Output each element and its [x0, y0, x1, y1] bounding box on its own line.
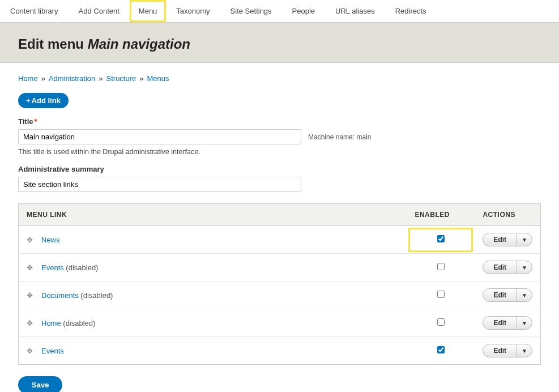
page-title-name: Main navigation [88, 36, 190, 52]
enabled-cell [407, 309, 475, 337]
drag-handle-icon[interactable]: ✥ [27, 319, 36, 327]
col-header-actions: ACTIONS [475, 204, 540, 226]
summary-label: Administrative summary [18, 165, 541, 173]
top-nav-item-taxonomy[interactable]: Taxonomy [166, 0, 220, 22]
title-input[interactable] [18, 129, 301, 144]
title-help-text: This title is used within the Drupal adm… [18, 148, 541, 156]
breadcrumb-link-menus[interactable]: Menus [147, 74, 169, 83]
page-title-prefix: Edit menu [18, 36, 88, 52]
add-link-label: Add link [32, 96, 61, 105]
top-nav: Content libraryAdd ContentMenuTaxonomySi… [0, 0, 559, 23]
disabled-tag: (disabled) [61, 319, 96, 327]
drag-handle-icon[interactable]: ✥ [27, 291, 36, 300]
col-header-link: MENU LINK [19, 204, 407, 226]
enabled-cell [407, 282, 475, 309]
actions-dropbutton: Edit▼ [483, 344, 532, 357]
chevron-down-icon: ▼ [522, 292, 527, 299]
summary-input[interactable] [18, 177, 301, 192]
chevron-down-icon: ▼ [522, 237, 527, 243]
page-header: Edit menu Main navigation [0, 23, 559, 63]
enabled-checkbox[interactable] [437, 291, 445, 298]
breadcrumb: Home»Administration»Structure»Menus [18, 74, 541, 83]
actions-caret-button[interactable]: ▼ [517, 317, 532, 329]
top-nav-item-site-settings[interactable]: Site Settings [220, 0, 282, 22]
chevron-down-icon: ▼ [522, 348, 527, 354]
top-nav-item-menu[interactable]: Menu [130, 0, 167, 22]
actions-caret-button[interactable]: ▼ [517, 233, 532, 246]
edit-button[interactable]: Edit [483, 317, 517, 329]
actions-caret-button[interactable]: ▼ [517, 289, 532, 301]
menu-link-cell: ✥News [19, 226, 407, 254]
top-nav-item-add-content[interactable]: Add Content [69, 0, 130, 22]
actions-dropbutton: Edit▼ [483, 316, 532, 330]
edit-button[interactable]: Edit [483, 289, 517, 301]
chevron-down-icon: ▼ [522, 265, 527, 271]
page-title: Edit menu Main navigation [18, 36, 541, 52]
content-region: Home»Administration»Structure»Menus +Add… [0, 63, 559, 392]
actions-dropbutton: Edit▼ [483, 261, 532, 274]
enabled-cell [407, 337, 475, 365]
drag-handle-icon[interactable]: ✥ [27, 236, 36, 244]
breadcrumb-separator: » [139, 74, 143, 83]
top-nav-item-url-aliases[interactable]: URL aliases [325, 0, 385, 22]
breadcrumb-separator: » [41, 74, 45, 83]
table-row: ✥Home (disabled)Edit▼ [19, 309, 541, 337]
edit-button[interactable]: Edit [483, 261, 517, 274]
edit-button[interactable]: Edit [483, 344, 517, 357]
disabled-tag: (disabled) [79, 291, 113, 300]
top-nav-item-redirects[interactable]: Redirects [385, 0, 437, 22]
chevron-down-icon: ▼ [522, 320, 527, 326]
menu-link-cell: ✥Events (disabled) [19, 254, 407, 282]
menu-link-name[interactable]: Events [41, 347, 64, 355]
menu-link-name[interactable]: Documents [41, 291, 79, 300]
top-nav-item-people[interactable]: People [282, 0, 325, 22]
col-header-enabled: ENABLED [407, 204, 475, 226]
machine-name-text: Machine name: main [308, 133, 371, 141]
top-nav-item-content-library[interactable]: Content library [0, 0, 69, 22]
menu-links-tbody: ✥NewsEdit▼✥Events (disabled)Edit▼✥Docume… [19, 226, 541, 365]
add-link-button[interactable]: +Add link [18, 93, 69, 108]
menu-links-table: MENU LINK ENABLED ACTIONS ✥NewsEdit▼✥Eve… [18, 203, 541, 365]
table-row: ✥NewsEdit▼ [19, 226, 541, 254]
title-label: Title* [18, 117, 541, 126]
menu-link-name[interactable]: News [41, 236, 60, 244]
breadcrumb-link-home[interactable]: Home [18, 74, 38, 83]
required-star-icon: * [35, 117, 37, 126]
enabled-checkbox[interactable] [437, 318, 445, 326]
enabled-checkbox[interactable] [437, 346, 445, 353]
actions-cell: Edit▼ [475, 226, 540, 254]
actions-dropbutton: Edit▼ [483, 288, 532, 302]
actions-cell: Edit▼ [475, 337, 540, 365]
actions-cell: Edit▼ [475, 309, 540, 337]
menu-link-cell: ✥Home (disabled) [19, 309, 407, 337]
breadcrumb-link-structure[interactable]: Structure [106, 74, 136, 83]
edit-button[interactable]: Edit [483, 233, 517, 246]
menu-link-name[interactable]: Events [41, 263, 64, 272]
breadcrumb-separator: » [99, 74, 103, 83]
menu-link-name[interactable]: Home [41, 319, 61, 327]
actions-cell: Edit▼ [475, 254, 540, 282]
actions-caret-button[interactable]: ▼ [517, 261, 532, 274]
summary-field-group: Administrative summary [18, 165, 541, 192]
disabled-tag: (disabled) [64, 263, 99, 272]
breadcrumb-link-administration[interactable]: Administration [49, 74, 95, 83]
drag-handle-icon[interactable]: ✥ [27, 263, 36, 272]
menu-link-cell: ✥Documents (disabled) [19, 282, 407, 309]
table-row: ✥Events (disabled)Edit▼ [19, 254, 541, 282]
title-field-group: Title* Machine name: main This title is … [18, 117, 541, 156]
actions-cell: Edit▼ [475, 282, 540, 309]
enabled-checkbox[interactable] [437, 235, 445, 242]
actions-dropbutton: Edit▼ [483, 233, 532, 246]
enabled-cell [407, 254, 475, 282]
plus-icon: + [26, 96, 31, 105]
enabled-checkbox[interactable] [437, 263, 445, 270]
table-row: ✥Documents (disabled)Edit▼ [19, 282, 541, 309]
save-button[interactable]: Save [18, 376, 62, 392]
drag-handle-icon[interactable]: ✥ [27, 347, 36, 355]
actions-caret-button[interactable]: ▼ [517, 344, 532, 357]
enabled-cell [407, 226, 475, 254]
table-row: ✥EventsEdit▼ [19, 337, 541, 365]
menu-link-cell: ✥Events [19, 337, 407, 365]
